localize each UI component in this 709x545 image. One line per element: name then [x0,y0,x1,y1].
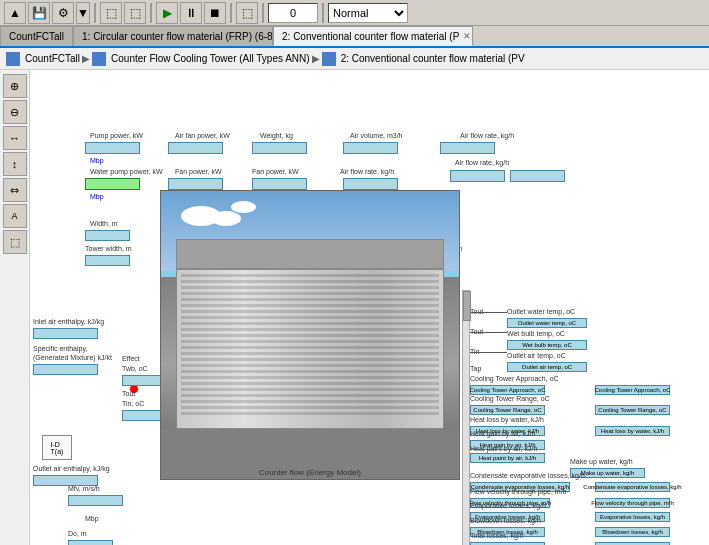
run-button[interactable]: ▶ [156,2,178,24]
sidebar-btn-5[interactable]: ⇔ [3,178,27,202]
input-box-weight[interactable] [252,142,307,154]
input-box-airflow2[interactable] [450,170,505,182]
r-box-blowdown2[interactable]: Blowdown losses, kg/h [595,527,670,537]
pillar-2 [241,479,256,480]
bc-sep-2: ▶ [312,53,320,64]
input-box-fan[interactable] [168,142,223,154]
input-box-airflow3[interactable] [510,170,565,182]
r-label-flow-vel: Flow velocity through pipe, m/h [470,488,567,495]
r-box-evap2[interactable]: Evaporative losses, kg/h [595,512,670,522]
bc-sep-1: ▶ [82,53,90,64]
pause-button[interactable]: ⏸ [180,2,202,24]
box-inlet-air[interactable] [33,328,98,339]
copy-button[interactable]: ⬚ [100,2,122,24]
sidebar-btn-1[interactable]: ⊕ [3,74,27,98]
r-box-cta[interactable]: Cooling Tower Approach, oC [470,385,545,395]
label-tin: Tin, oC [122,400,144,407]
sidebar-btn-2[interactable]: ⊖ [3,100,27,124]
wire-3 [470,352,507,353]
r-label-outlet-water: Outlet water temp, oC [507,308,575,315]
sidebar-btn-3[interactable]: ↔ [3,126,27,150]
main-area: ⊕ ⊖ ↔ ↕ ⇔ A ⬚ Pump power, kW Air fan pow… [0,70,709,545]
bc-item-1[interactable]: CountFCTall [25,53,80,64]
green-box-1[interactable] [85,178,140,190]
tab-1-label: 1: Circular counter flow material (FRP) … [82,31,273,42]
bc-item-3[interactable]: 2: Conventional counter flow material (P… [341,53,525,64]
pillar-3 [301,479,316,480]
tabs-row: CountFCTall 1: Circular counter flow mat… [0,26,709,48]
label-do: Do, m [68,530,87,537]
r-label-outlet-air: Outlet air temp, oC [507,352,566,359]
label-tout: Tout [122,390,135,397]
label-fan-power2: Fan power, kW [175,168,222,175]
label-fan-power3: Fan power, kW [252,168,299,175]
input-box-range[interactable] [343,178,398,190]
toolbar: ▲ 💾 ⚙ ▼ ⬚ ⬚ ▶ ⏸ ⏹ ⬚ Normal [0,0,709,26]
sidebar: ⊕ ⊖ ↔ ↕ ⇔ A ⬚ [0,70,30,545]
idt-box[interactable]: I-DT(a) [42,435,72,460]
input-box-airflow[interactable] [440,142,495,154]
scrollbar-right[interactable] [462,290,470,545]
r-box-flow-vel2[interactable]: Flow velocity through pipe, m/h [595,498,670,508]
r-box-heat-paint[interactable]: Heat paint by air, kJ/h [470,453,545,463]
tab-home-label: CountFCTall [9,31,64,42]
separator-5 [322,3,324,23]
zoom-button[interactable]: ⬚ [236,2,258,24]
r-box-cta2[interactable]: Cooling Tower Approach, oC [595,385,670,395]
canvas[interactable]: Pump power, kW Air fan power, kW Weight,… [30,70,709,545]
input-width[interactable] [85,230,130,241]
save-button[interactable]: 💾 [28,2,50,24]
r-box-outlet-water[interactable]: Outlet water temp, oC [507,318,587,328]
r-box-outlet-air[interactable]: Outlet air temp, oC [507,362,587,372]
input-box-fan2[interactable] [168,178,223,190]
tab-1[interactable]: 1: Circular counter flow material (FRP) … [73,26,273,46]
r-box-heat-water2[interactable]: Heat loss by water, kJ/h [595,426,670,436]
pillar-4 [361,479,376,480]
box-mfv[interactable] [68,495,123,506]
r-box-wet-bulb[interactable]: Wet bulb temp, oC [507,340,587,350]
tower-louvres [177,270,443,428]
box-specific-enthalpy[interactable] [33,364,98,375]
out-label-tap: Tap [470,365,481,372]
settings-button[interactable]: ⚙ [52,2,74,24]
separator-2 [150,3,152,23]
tower-top [177,240,443,270]
r-box-ctr[interactable]: Cooling Tower Range, oC [470,405,545,415]
separator-3 [230,3,232,23]
tab-home[interactable]: CountFCTall [0,26,73,46]
label-mbp1: Mbp [90,157,104,164]
tower-structure [176,239,444,459]
box-do[interactable] [68,540,113,545]
r-box-ctr2[interactable]: Cooling Tower Range, oC [595,405,670,415]
stop-button[interactable]: ⏹ [204,2,226,24]
mode-dropdown[interactable]: Normal [328,3,408,23]
tab-2[interactable]: 2: Conventional counter flow material (P… [273,26,473,46]
home-button[interactable]: ▲ [4,2,26,24]
r-box-condensate2[interactable]: Condensate evaporative losses, kg/h [595,482,670,492]
sidebar-btn-7[interactable]: ⬚ [3,230,27,254]
sidebar-btn-4[interactable]: ↕ [3,152,27,176]
label-water-pump: Water pump power, kW [90,168,163,175]
dropdown-button[interactable]: ▼ [76,2,90,24]
input-box-pump[interactable] [85,142,140,154]
zoom-input[interactable] [268,3,318,23]
label-air-fan-power: Air fan power, kW [175,132,230,139]
label-outlet-air: Outlet air enthalpy, kJ/kg [33,465,110,472]
tab-2-close[interactable]: ✕ [463,31,471,41]
paste-button[interactable]: ⬚ [124,2,146,24]
bc-icon-3 [322,52,336,66]
pillar-1 [191,479,206,480]
r-label-evap: Evaporative losses, kg/h [470,502,546,509]
bc-icon-2 [92,52,106,66]
separator-4 [262,3,264,23]
wire-1 [470,312,507,313]
sidebar-btn-6[interactable]: A [3,204,27,228]
scrollbar-thumb[interactable] [463,291,471,321]
r-label-cta: Cooling Tower Approach, oC [470,375,559,382]
input-box-volume[interactable] [343,142,398,154]
input-tower-width[interactable] [85,255,130,266]
input-box-fan3[interactable] [252,178,307,190]
bc-item-2[interactable]: Counter Flow Cooling Tower (All Types AN… [111,53,310,64]
label-range: Air flow rate, kg/h [340,168,394,175]
cloud-3 [231,201,256,213]
